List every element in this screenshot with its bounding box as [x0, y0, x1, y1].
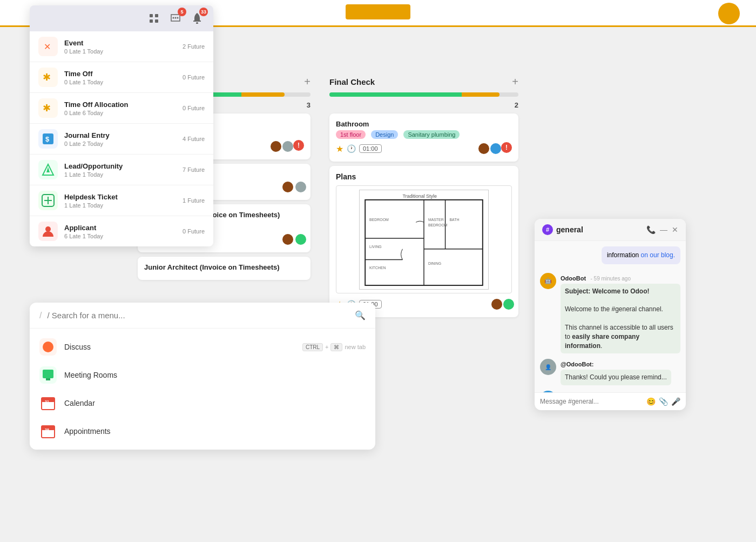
finalcheck-add-btn[interactable]: +: [512, 76, 518, 88]
reply-sender: @OdooBot:: [561, 361, 593, 367]
finalcheck-count: 2: [329, 101, 518, 109]
tag-sanitary: Sanitary plumbing: [403, 130, 460, 139]
appointments-label: Appointments: [64, 427, 366, 436]
svg-marker-14: [46, 167, 50, 172]
floor-plan-image: Traditional Style BEDROOM LIVING KITCHEN…: [336, 185, 512, 293]
notif-header: 5 33: [30, 5, 213, 31]
reply-text: Thanks! Could you please remind...: [561, 370, 671, 385]
applicant-stats: 6 Late 1 Today: [64, 233, 176, 239]
notif-item-timeoff-alloc[interactable]: ✱ Time Off Allocation 0 Late 6 Today 0 F…: [30, 93, 213, 124]
menu-item-meeting[interactable]: Meeting Rooms: [30, 361, 375, 389]
minimize-icon[interactable]: —: [660, 225, 667, 234]
svg-text:✕: ✕: [44, 42, 51, 51]
chat-title: # general: [542, 224, 583, 235]
chat-input[interactable]: [540, 398, 642, 405]
notif-item-timeoff[interactable]: ✱ Time Off 0 Late 1 Today 0 Future: [30, 62, 213, 93]
chat-input-area: 😊 📎 🎤: [535, 392, 686, 410]
chat-badge[interactable]: 5: [168, 11, 183, 26]
avatar-1: [269, 140, 282, 153]
avatar-b2: [489, 142, 502, 155]
discuss-shortcut: CTRL + ⌘ new tab: [302, 343, 366, 351]
svg-text:BATH: BATH: [449, 218, 459, 222]
lead-future: 7 Future: [183, 166, 205, 173]
avatar-group-assembly: !: [269, 140, 304, 153]
mic-icon[interactable]: 🎤: [671, 397, 680, 406]
finalcheck-progress-bar: [329, 92, 518, 97]
close-icon[interactable]: ✕: [672, 225, 678, 234]
warning-icon-bathroom: !: [501, 142, 512, 153]
svg-text:BEDROOM: BEDROOM: [428, 223, 448, 227]
svg-rect-1: [155, 14, 158, 17]
tag-design: Design: [371, 130, 398, 139]
progress-add-btn[interactable]: +: [304, 76, 310, 88]
notif-item-journal[interactable]: $ Journal Entry 0 Late 2 Today 4 Future: [30, 124, 213, 155]
lead-title: Lead/Opportunity: [64, 162, 176, 170]
svg-text:31: 31: [45, 400, 49, 404]
plus-sign: +: [325, 344, 328, 350]
journal-content: Journal Entry 0 Late 2 Today: [64, 131, 176, 147]
card-bathroom[interactable]: Bathroom 1st floor Design Sanitary plumb…: [329, 113, 518, 162]
helpdesk-stats: 1 Late 1 Today: [64, 202, 176, 209]
applicant-title: Applicant: [64, 224, 176, 232]
svg-point-18: [45, 226, 51, 232]
discuss-label: Discuss: [64, 343, 295, 351]
timeoff-alloc-future: 0 Future: [183, 105, 205, 111]
chat-messages: information on our blog. 🤖 OdooBot - 59 …: [535, 241, 686, 392]
odoobot-text: Subject: Welcome to Odoo! Welcome to the…: [561, 284, 680, 354]
notif-item-helpdesk[interactable]: Helpdesk Ticket 1 Late 1 Today 1 Future: [30, 185, 213, 216]
clock-icon-bathroom: 🕐: [347, 144, 356, 153]
svg-rect-2: [150, 19, 153, 23]
attachment-icon[interactable]: 📎: [659, 397, 668, 406]
notif-item-lead[interactable]: Lead/Opportunity 1 Late 1 Today 7 Future: [30, 155, 213, 185]
junior-arch-title: Junior Architect (Invoice on Timesheets): [144, 263, 304, 271]
meeting-icon: [39, 366, 57, 384]
notif-item-applicant[interactable]: Applicant 6 Late 1 Today 0 Future: [30, 216, 213, 246]
menu-items-list: Discuss CTRL + ⌘ new tab Meeting Rooms 3…: [30, 329, 375, 450]
top-bar-circle: [718, 3, 740, 24]
avatar-p2: [502, 298, 515, 311]
timeoff-title: Time Off: [64, 70, 176, 78]
menu-item-calendar[interactable]: 31 Calendar: [30, 389, 375, 417]
svg-rect-3: [155, 19, 158, 23]
emoji-icon[interactable]: 😊: [646, 397, 656, 406]
plans-card: Plans Traditional Style BEDROOM LIVING K…: [329, 166, 518, 317]
menu-item-appointments[interactable]: 38 Appointments: [30, 417, 375, 445]
star-icon-bathroom[interactable]: ★: [336, 144, 343, 154]
search-bar: / 🔍: [30, 303, 375, 329]
svg-point-6: [177, 17, 179, 19]
finalcheck-green: [329, 92, 462, 97]
tag-1st-floor: 1st floor: [336, 130, 366, 139]
avatar-group-bathroom: !: [477, 142, 512, 155]
avatar-group-plans: [490, 298, 512, 311]
msg-odoobot: 🤖 OdooBot - 59 minutes ago Subject: Welc…: [540, 273, 680, 354]
progress-orange: [241, 92, 285, 97]
svg-text:BEDROOM: BEDROOM: [369, 218, 389, 222]
search-input[interactable]: [47, 311, 349, 320]
menu-item-discuss[interactable]: Discuss CTRL + ⌘ new tab: [30, 333, 375, 361]
phone-icon[interactable]: 📞: [646, 225, 656, 234]
card-junior-architect[interactable]: Junior Architect (Invoice on Timesheets): [138, 257, 310, 280]
helpdesk-title: Helpdesk Ticket: [64, 193, 176, 201]
finalcheck-title: Final Check: [329, 77, 375, 86]
svg-text:$: $: [45, 135, 50, 143]
notif-item-event[interactable]: ✕ Event 0 Late 1 Today 2 Future: [30, 31, 213, 62]
svg-text:DINING: DINING: [428, 262, 441, 265]
helpdesk-icon: [38, 191, 58, 210]
lead-icon: [38, 160, 58, 179]
avatar-p1: [490, 298, 503, 311]
svg-point-5: [175, 17, 177, 19]
search-icon[interactable]: 🔍: [355, 310, 366, 320]
timeoff-alloc-title: Time Off Allocation: [64, 101, 176, 109]
lead-stats: 1 Late 1 Today: [64, 171, 176, 178]
grid-icon[interactable]: [146, 11, 161, 26]
calendar-label: Calendar: [64, 399, 366, 407]
bathroom-time: 01:00: [359, 144, 382, 153]
channel-hash-icon: #: [542, 224, 553, 235]
warning-icon-assembly: !: [293, 140, 304, 151]
avatar-5: [281, 233, 294, 246]
avatar-2: [281, 140, 294, 153]
event-content: Event 0 Late 1 Today: [64, 39, 176, 55]
timeoff-content: Time Off 0 Late 1 Today: [64, 70, 176, 85]
notif-badge[interactable]: 33: [190, 11, 205, 26]
lead-content: Lead/Opportunity 1 Late 1 Today: [64, 162, 176, 178]
